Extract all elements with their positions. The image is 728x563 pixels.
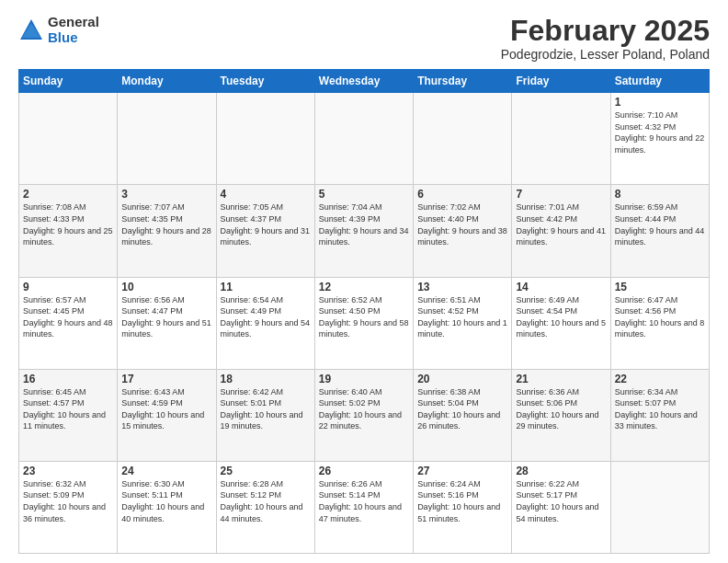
logo-general-text: General: [48, 15, 99, 30]
calendar-cell: 28Sunrise: 6:22 AM Sunset: 5:17 PM Dayli…: [512, 461, 610, 553]
calendar-cell: 11Sunrise: 6:54 AM Sunset: 4:49 PM Dayli…: [216, 277, 314, 369]
day-number: 4: [221, 188, 311, 201]
calendar-cell: 10Sunrise: 6:56 AM Sunset: 4:47 PM Dayli…: [118, 277, 216, 369]
day-info: Sunrise: 7:10 AM Sunset: 4:32 PM Dayligh…: [615, 109, 705, 155]
calendar-cell: 22Sunrise: 6:34 AM Sunset: 5:07 PM Dayli…: [610, 369, 709, 461]
day-info: Sunrise: 6:52 AM Sunset: 4:50 PM Dayligh…: [319, 294, 409, 340]
day-number: 26: [319, 465, 409, 477]
day-info: Sunrise: 6:54 AM Sunset: 4:49 PM Dayligh…: [221, 294, 311, 340]
calendar-cell: 17Sunrise: 6:43 AM Sunset: 4:59 PM Dayli…: [118, 369, 216, 461]
calendar-cell: 5Sunrise: 7:04 AM Sunset: 4:39 PM Daylig…: [314, 185, 413, 277]
day-number: 14: [516, 281, 606, 293]
calendar-cell: [610, 461, 709, 553]
col-wednesday: Wednesday: [314, 70, 413, 93]
day-info: Sunrise: 6:38 AM Sunset: 5:04 PM Dayligh…: [417, 386, 507, 432]
calendar-cell: [414, 93, 512, 185]
calendar-cell: 18Sunrise: 6:42 AM Sunset: 5:01 PM Dayli…: [216, 369, 314, 461]
day-number: 16: [23, 373, 113, 385]
calendar-cell: 20Sunrise: 6:38 AM Sunset: 5:04 PM Dayli…: [414, 369, 512, 461]
calendar-week-row-4: 16Sunrise: 6:45 AM Sunset: 4:57 PM Dayli…: [19, 369, 710, 461]
col-monday: Monday: [118, 70, 216, 93]
calendar-cell: 3Sunrise: 7:07 AM Sunset: 4:35 PM Daylig…: [118, 185, 216, 277]
day-info: Sunrise: 6:36 AM Sunset: 5:06 PM Dayligh…: [516, 386, 606, 432]
day-info: Sunrise: 6:40 AM Sunset: 5:02 PM Dayligh…: [319, 386, 409, 432]
day-info: Sunrise: 7:08 AM Sunset: 4:33 PM Dayligh…: [23, 201, 113, 247]
col-tuesday: Tuesday: [216, 70, 314, 93]
day-info: Sunrise: 6:32 AM Sunset: 5:09 PM Dayligh…: [23, 478, 113, 524]
day-info: Sunrise: 6:51 AM Sunset: 4:52 PM Dayligh…: [417, 294, 507, 340]
calendar-cell: 8Sunrise: 6:59 AM Sunset: 4:44 PM Daylig…: [610, 185, 709, 277]
logo-icon: [18, 17, 44, 43]
day-number: 2: [23, 188, 113, 201]
day-info: Sunrise: 6:57 AM Sunset: 4:45 PM Dayligh…: [23, 294, 113, 340]
title-block: February 2025 Podegrodzie, Lesser Poland…: [501, 15, 710, 62]
day-number: 10: [121, 281, 211, 293]
calendar-cell: [512, 93, 610, 185]
calendar-cell: 1Sunrise: 7:10 AM Sunset: 4:32 PM Daylig…: [610, 93, 709, 185]
logo: General Blue: [18, 15, 99, 45]
day-number: 28: [516, 465, 606, 477]
calendar-cell: [19, 93, 118, 185]
day-info: Sunrise: 6:24 AM Sunset: 5:16 PM Dayligh…: [417, 478, 507, 524]
calendar-header-row: Sunday Monday Tuesday Wednesday Thursday…: [19, 70, 710, 93]
day-info: Sunrise: 6:43 AM Sunset: 4:59 PM Dayligh…: [121, 386, 211, 432]
calendar-cell: 12Sunrise: 6:52 AM Sunset: 4:50 PM Dayli…: [314, 277, 413, 369]
calendar-table: Sunday Monday Tuesday Wednesday Thursday…: [18, 69, 710, 554]
day-number: 15: [615, 281, 705, 293]
logo-blue-text: Blue: [48, 30, 99, 46]
day-info: Sunrise: 6:59 AM Sunset: 4:44 PM Dayligh…: [615, 201, 705, 247]
calendar-cell: 2Sunrise: 7:08 AM Sunset: 4:33 PM Daylig…: [19, 185, 118, 277]
calendar-cell: 23Sunrise: 6:32 AM Sunset: 5:09 PM Dayli…: [19, 461, 118, 553]
header: General Blue February 2025 Podegrodzie, …: [18, 15, 710, 62]
day-info: Sunrise: 7:07 AM Sunset: 4:35 PM Dayligh…: [121, 201, 211, 247]
calendar-week-row-3: 9Sunrise: 6:57 AM Sunset: 4:45 PM Daylig…: [19, 277, 710, 369]
calendar-cell: 27Sunrise: 6:24 AM Sunset: 5:16 PM Dayli…: [414, 461, 512, 553]
calendar-week-row-1: 1Sunrise: 7:10 AM Sunset: 4:32 PM Daylig…: [19, 93, 710, 185]
day-number: 3: [121, 188, 211, 201]
day-number: 1: [615, 96, 705, 109]
calendar-cell: 16Sunrise: 6:45 AM Sunset: 4:57 PM Dayli…: [19, 369, 118, 461]
page: General Blue February 2025 Podegrodzie, …: [0, 0, 728, 563]
day-info: Sunrise: 6:47 AM Sunset: 4:56 PM Dayligh…: [615, 294, 705, 340]
calendar-cell: 21Sunrise: 6:36 AM Sunset: 5:06 PM Dayli…: [512, 369, 610, 461]
col-friday: Friday: [512, 70, 610, 93]
day-info: Sunrise: 6:56 AM Sunset: 4:47 PM Dayligh…: [121, 294, 211, 340]
day-info: Sunrise: 6:26 AM Sunset: 5:14 PM Dayligh…: [319, 478, 409, 524]
day-number: 12: [319, 281, 409, 293]
day-number: 25: [221, 465, 311, 477]
calendar-week-row-2: 2Sunrise: 7:08 AM Sunset: 4:33 PM Daylig…: [19, 185, 710, 277]
day-number: 20: [417, 373, 507, 385]
calendar-cell: 7Sunrise: 7:01 AM Sunset: 4:42 PM Daylig…: [512, 185, 610, 277]
svg-marker-1: [22, 23, 40, 38]
day-number: 7: [516, 188, 606, 201]
calendar-cell: 25Sunrise: 6:28 AM Sunset: 5:12 PM Dayli…: [216, 461, 314, 553]
day-number: 22: [615, 373, 705, 385]
col-sunday: Sunday: [19, 70, 118, 93]
day-info: Sunrise: 7:04 AM Sunset: 4:39 PM Dayligh…: [319, 201, 409, 247]
day-info: Sunrise: 6:45 AM Sunset: 4:57 PM Dayligh…: [23, 386, 113, 432]
day-info: Sunrise: 6:34 AM Sunset: 5:07 PM Dayligh…: [615, 386, 705, 432]
day-number: 11: [221, 281, 311, 293]
day-number: 9: [23, 281, 113, 293]
day-info: Sunrise: 7:01 AM Sunset: 4:42 PM Dayligh…: [516, 201, 606, 247]
day-info: Sunrise: 6:49 AM Sunset: 4:54 PM Dayligh…: [516, 294, 606, 340]
calendar-cell: [314, 93, 413, 185]
calendar-cell: 4Sunrise: 7:05 AM Sunset: 4:37 PM Daylig…: [216, 185, 314, 277]
day-number: 6: [417, 188, 507, 201]
col-saturday: Saturday: [610, 70, 709, 93]
day-info: Sunrise: 7:05 AM Sunset: 4:37 PM Dayligh…: [221, 201, 311, 247]
day-number: 5: [319, 188, 409, 201]
calendar-cell: 24Sunrise: 6:30 AM Sunset: 5:11 PM Dayli…: [118, 461, 216, 553]
day-number: 27: [417, 465, 507, 477]
calendar-cell: 13Sunrise: 6:51 AM Sunset: 4:52 PM Dayli…: [414, 277, 512, 369]
day-info: Sunrise: 6:30 AM Sunset: 5:11 PM Dayligh…: [121, 478, 211, 524]
calendar-cell: [216, 93, 314, 185]
calendar-cell: 26Sunrise: 6:26 AM Sunset: 5:14 PM Dayli…: [314, 461, 413, 553]
logo-text: General Blue: [48, 15, 99, 45]
calendar-cell: 15Sunrise: 6:47 AM Sunset: 4:56 PM Dayli…: [610, 277, 709, 369]
location-title: Podegrodzie, Lesser Poland, Poland: [501, 47, 710, 62]
calendar-cell: 14Sunrise: 6:49 AM Sunset: 4:54 PM Dayli…: [512, 277, 610, 369]
calendar-cell: [118, 93, 216, 185]
day-info: Sunrise: 6:28 AM Sunset: 5:12 PM Dayligh…: [221, 478, 311, 524]
day-number: 18: [221, 373, 311, 385]
